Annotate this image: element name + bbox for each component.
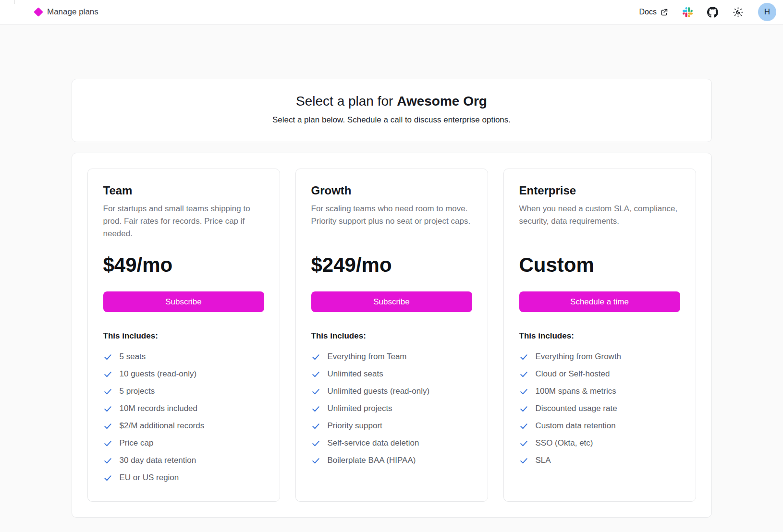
check-icon	[103, 456, 112, 465]
check-icon	[519, 370, 528, 379]
includes-label: This includes:	[103, 331, 264, 341]
slack-icon	[683, 7, 693, 17]
feature-label: Everything from Growth	[536, 352, 622, 362]
feature-item: Cloud or Self-hosted	[519, 365, 680, 383]
check-icon	[519, 352, 528, 362]
feature-label: Everything from Team	[328, 352, 407, 362]
page-title: Manage plans	[47, 7, 98, 17]
feature-item: 100M spans & metrics	[519, 383, 680, 400]
feature-list: Everything from Team Unlimited seats Unl…	[311, 348, 472, 469]
check-icon	[103, 422, 112, 431]
check-icon	[519, 422, 528, 431]
feature-item: Boilerplate BAA (HIPAA)	[311, 452, 472, 469]
check-icon	[519, 439, 528, 448]
feature-item: 5 seats	[103, 348, 264, 365]
plans-container: Team For startups and small teams shippi…	[72, 153, 712, 518]
plan-cta-button[interactable]: Subscribe	[311, 291, 472, 312]
check-icon	[311, 439, 320, 448]
docs-link[interactable]: Docs	[639, 8, 668, 16]
feature-label: 5 projects	[120, 387, 155, 396]
feature-label: Price cap	[120, 438, 154, 448]
feature-label: 5 seats	[120, 352, 146, 362]
plan-price: $49/mo	[103, 252, 264, 278]
feature-item: Everything from Growth	[519, 348, 680, 365]
feature-item: 5 projects	[103, 383, 264, 400]
includes-label: This includes:	[311, 331, 472, 341]
feature-label: Custom data retention	[536, 421, 616, 431]
check-icon	[311, 387, 320, 396]
plan-cta-button[interactable]: Subscribe	[103, 291, 264, 312]
sun-moon-icon	[733, 7, 744, 18]
plan-header-card: Select a plan for Awesome Org Select a p…	[72, 79, 712, 142]
app-brand[interactable]: Manage plans	[35, 7, 98, 17]
select-plan-title-prefix: Select a plan for	[296, 94, 393, 109]
feature-label: 30 day data retention	[120, 456, 196, 465]
feature-label: Boilerplate BAA (HIPAA)	[328, 456, 416, 465]
feature-item: Everything from Team	[311, 348, 472, 365]
github-button[interactable]	[707, 7, 718, 18]
feature-label: $2/M additional records	[120, 421, 205, 431]
plan-name: Team	[103, 183, 264, 198]
feature-item: Self-service data deletion	[311, 435, 472, 452]
check-icon	[103, 404, 112, 413]
feature-label: 100M spans & metrics	[536, 387, 616, 396]
check-icon	[311, 456, 320, 465]
feature-list: 5 seats 10 guests (read-only) 5 projects…	[103, 348, 264, 486]
feature-item: Price cap	[103, 435, 264, 452]
check-icon	[103, 473, 112, 483]
avatar[interactable]: H	[758, 3, 776, 21]
plan-name: Growth	[311, 183, 472, 198]
plan-description: For startups and small teams shipping to…	[103, 203, 264, 240]
check-icon	[311, 352, 320, 362]
check-icon	[311, 370, 320, 379]
plan-price: Custom	[519, 252, 680, 278]
feature-label: SLA	[536, 456, 551, 465]
feature-item: Unlimited projects	[311, 400, 472, 417]
feature-label: Priority support	[328, 421, 382, 431]
check-icon	[519, 456, 528, 465]
plan-name: Enterprise	[519, 183, 680, 198]
check-icon	[103, 387, 112, 396]
cursor-artifact	[14, 0, 14, 4]
plan-card-growth: Growth For scaling teams who need room t…	[295, 169, 488, 502]
plan-card-team: Team For startups and small teams shippi…	[87, 169, 280, 502]
check-icon	[519, 404, 528, 413]
plan-price: $249/mo	[311, 252, 472, 278]
includes-label: This includes:	[519, 331, 680, 341]
feature-item: Unlimited seats	[311, 365, 472, 383]
check-icon	[103, 370, 112, 379]
feature-label: Cloud or Self-hosted	[536, 369, 610, 379]
feature-item: Unlimited guests (read-only)	[311, 383, 472, 400]
feature-item: SLA	[519, 452, 680, 469]
topbar: Manage plans Docs	[0, 0, 783, 24]
avatar-letter: H	[764, 7, 770, 17]
feature-label: 10 guests (read-only)	[120, 369, 197, 379]
feature-item: $2/M additional records	[103, 417, 264, 435]
select-plan-title: Select a plan for Awesome Org	[84, 92, 700, 110]
feature-item: 30 day data retention	[103, 452, 264, 469]
github-icon	[707, 7, 718, 18]
feature-label: Unlimited guests (read-only)	[328, 387, 430, 396]
feature-label: Discounted usage rate	[536, 404, 617, 413]
org-name: Awesome Org	[397, 94, 487, 109]
feature-item: SSO (Okta, etc)	[519, 435, 680, 452]
plan-card-enterprise: Enterprise When you need a custom SLA, c…	[503, 169, 696, 502]
feature-item: EU or US region	[103, 469, 264, 486]
check-icon	[311, 422, 320, 431]
slack-button[interactable]	[683, 7, 693, 17]
feature-item: Priority support	[311, 417, 472, 435]
feature-label: Unlimited projects	[328, 404, 392, 413]
plans-grid: Team For startups and small teams shippi…	[87, 169, 696, 502]
feature-item: 10 guests (read-only)	[103, 365, 264, 383]
select-plan-subtitle: Select a plan below. Schedule a call to …	[84, 114, 700, 126]
theme-toggle-button[interactable]	[733, 7, 744, 18]
diamond-logo-icon	[34, 7, 43, 17]
feature-item: Discounted usage rate	[519, 400, 680, 417]
feature-list: Everything from Growth Cloud or Self-hos…	[519, 348, 680, 469]
feature-item: 10M records included	[103, 400, 264, 417]
plan-cta-button[interactable]: Schedule a time	[519, 291, 680, 312]
check-icon	[103, 439, 112, 448]
plan-description: When you need a custom SLA, compliance, …	[519, 203, 680, 240]
feature-label: Unlimited seats	[328, 369, 383, 379]
feature-item: Custom data retention	[519, 417, 680, 435]
